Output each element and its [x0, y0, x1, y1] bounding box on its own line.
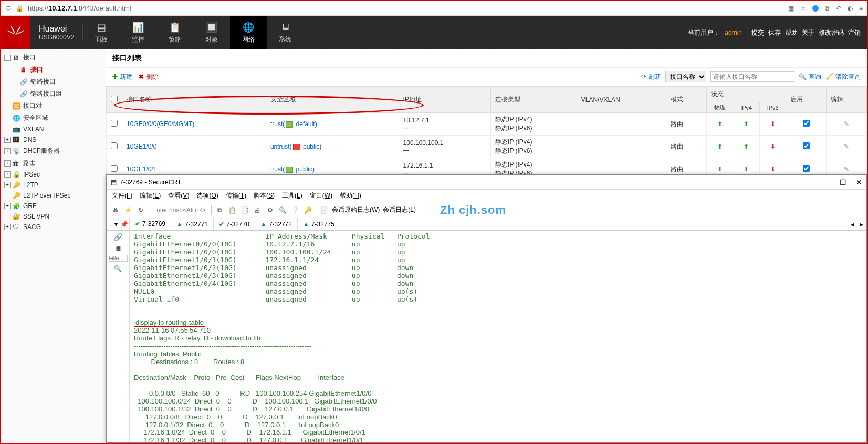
tree-toggle-icon[interactable]: + [4, 224, 11, 230]
log-raw-label[interactable]: 会话原始日志(W) [332, 205, 380, 214]
crt-menubar[interactable]: 文件(F)编辑(E)查看(V)选项(O)传输(T)脚本(S)工具(L)窗口(W)… [107, 190, 866, 202]
crt-session-tab[interactable]: ✔7-32770 [214, 218, 255, 230]
edit-icon[interactable]: ✎ [844, 120, 849, 128]
col-enable[interactable]: 启用 [786, 87, 827, 113]
header-link[interactable]: 关于 [802, 29, 814, 36]
tree-toggle-icon[interactable]: + [4, 203, 11, 209]
interface-link[interactable]: 10GE0/0/0(GE0/MGMT) [127, 120, 194, 128]
minimize-button[interactable]: — [823, 178, 830, 187]
quick-connect-icon[interactable]: ⚡ [123, 205, 133, 215]
row-checkbox[interactable] [111, 165, 118, 172]
col-mode[interactable]: 模式 [666, 87, 707, 113]
nav-tab-network[interactable]: 🌐网络 [230, 16, 267, 49]
header-link[interactable]: 注销 [848, 29, 861, 36]
sidebar-item[interactable]: 🖥接口 [1, 64, 106, 76]
tab-scroll-right-icon[interactable]: ▸ [857, 221, 866, 228]
crt-menu-item[interactable]: 编辑(E) [140, 191, 161, 200]
refresh-button[interactable]: ⟳刷新 [641, 73, 661, 81]
sidebar-item[interactable]: +🛡SACG [1, 222, 106, 232]
host-input[interactable]: Enter host <Alt+R> [149, 205, 212, 215]
close-button[interactable]: ✕ [856, 178, 862, 187]
help-icon[interactable]: ❔ [290, 205, 300, 215]
nav-tab-dashboard[interactable]: ▤面板 [83, 16, 120, 49]
crt-menu-item[interactable]: 脚本(S) [254, 191, 275, 200]
paste-icon[interactable]: 📋 [227, 205, 237, 215]
col-name[interactable]: 接口名称 [122, 87, 266, 113]
row-checkbox[interactable] [111, 142, 118, 149]
interface-link[interactable]: 10GE1/0/0 [127, 143, 156, 150]
sidebar-item[interactable]: 🌐安全区域 [1, 112, 106, 124]
log-raw-icon[interactable]: 📄 [319, 205, 329, 215]
interface-link[interactable]: 10GE1/0/1 [127, 166, 156, 173]
crt-menu-item[interactable]: 选项(O) [196, 191, 218, 200]
sidebar-item[interactable]: +🅳DNS [1, 135, 106, 145]
crt-session-tab[interactable]: ▲7-32772 [255, 218, 298, 230]
nav-tab-object[interactable]: 🔲对象 [193, 16, 230, 49]
sidebar-item[interactable]: 🔐SSL VPN [1, 211, 106, 222]
sidebar-item[interactable]: 🔑L2TP over IPSec [1, 190, 106, 201]
menu-icon[interactable]: ≡ [859, 5, 863, 12]
crt-session-tab[interactable]: ▲7-32775 [298, 218, 340, 230]
tab-scroll-left-icon[interactable]: ◂ [848, 221, 857, 228]
qr-icon[interactable]: ▦ [788, 5, 794, 12]
crt-menu-item[interactable]: 工具(L) [282, 191, 302, 200]
crt-menu-item[interactable]: 帮助(H) [340, 191, 361, 200]
gear-icon[interactable]: ⚙ [265, 205, 275, 215]
clear-query-button[interactable]: 🧹清除查询 [825, 73, 861, 81]
header-link[interactable]: 修改密码 [819, 29, 844, 36]
new-button[interactable]: ✚新建 [112, 73, 132, 81]
tree-toggle-icon[interactable]: + [4, 148, 11, 154]
bookmark-icon[interactable]: ☆ [800, 5, 806, 12]
grid-icon[interactable]: ▦ [115, 244, 121, 252]
crt-titlebar[interactable]: ▤ 7-32769 - SecureCRT — ☐ ✕ [107, 175, 866, 190]
log-label[interactable]: 会话日志(L) [383, 205, 416, 214]
header-link[interactable]: 保存 [768, 29, 781, 36]
crt-session-tab[interactable]: ✔7-32769 [130, 218, 171, 230]
zone-link[interactable]: trust( public) [270, 166, 315, 173]
copy-icon[interactable]: ⧉ [215, 205, 224, 215]
puzzle-icon[interactable]: ⧉ [825, 5, 830, 12]
tree-toggle-icon[interactable]: - [4, 55, 11, 61]
crt-menu-item[interactable]: 窗口(W) [310, 191, 332, 200]
search-small-icon[interactable]: 🔍 [114, 265, 122, 272]
key-icon[interactable]: 🔑 [303, 205, 312, 215]
sidebar-item[interactable]: 🔗链路接口组 [1, 88, 106, 100]
enable-checkbox[interactable] [803, 142, 810, 149]
sidebar-item[interactable]: +🔒IPSec [1, 169, 106, 180]
sidebar-item[interactable]: -🖥接口 [1, 51, 106, 64]
filter-field-select[interactable]: 接口名称 [665, 71, 706, 82]
query-button[interactable]: 🔍查询 [799, 73, 821, 81]
reconnect-icon[interactable]: ↻ [136, 205, 145, 215]
pin-icon[interactable]: 📌 [120, 221, 128, 228]
find-icon[interactable]: 🔍 [278, 205, 287, 215]
options-icon[interactable]: 📑 [240, 205, 249, 215]
sidebar-item[interactable]: 🔗链路接口 [1, 76, 106, 88]
link-icon[interactable]: 🔗 [113, 233, 122, 241]
header-link[interactable]: 帮助 [785, 29, 798, 36]
sidebar-item[interactable]: +📡DHCP服务器 [1, 145, 106, 157]
crt-terminal[interactable]: Interface IP Address/Mask Physical Proto… [130, 231, 866, 442]
col-conn[interactable]: 连接类型 [491, 87, 577, 113]
tree-toggle-icon[interactable]: + [4, 160, 11, 167]
crt-menu-item[interactable]: 文件(F) [112, 191, 132, 200]
edit-icon[interactable]: ✎ [844, 143, 849, 150]
edit-icon[interactable]: ✎ [844, 166, 849, 173]
col-zone[interactable]: 安全区域 [266, 87, 399, 113]
delete-button[interactable]: ✖删除 [139, 73, 159, 81]
row-checkbox[interactable] [111, 120, 118, 127]
print-icon[interactable]: 🖨 [253, 205, 262, 215]
tree-toggle-icon[interactable]: + [4, 171, 11, 178]
tree-toggle-icon[interactable]: + [4, 137, 11, 143]
nav-tab-policy[interactable]: 📋策略 [156, 16, 193, 49]
back-icon[interactable]: ↶ [836, 5, 841, 12]
sidebar-item[interactable]: +🔑L2TP [1, 180, 106, 190]
crt-session-tab[interactable]: ▲7-32771 [171, 218, 214, 230]
search-input[interactable] [710, 71, 794, 82]
crt-menu-item[interactable]: 查看(V) [168, 191, 189, 200]
enable-checkbox[interactable] [803, 120, 810, 127]
nav-tab-system[interactable]: 🖥系统 [267, 16, 304, 49]
select-all-checkbox[interactable] [111, 96, 118, 102]
zone-link[interactable]: trust( default) [270, 120, 317, 128]
filter-input[interactable] [109, 255, 128, 262]
sync-icon[interactable]: ◐ [848, 5, 853, 12]
